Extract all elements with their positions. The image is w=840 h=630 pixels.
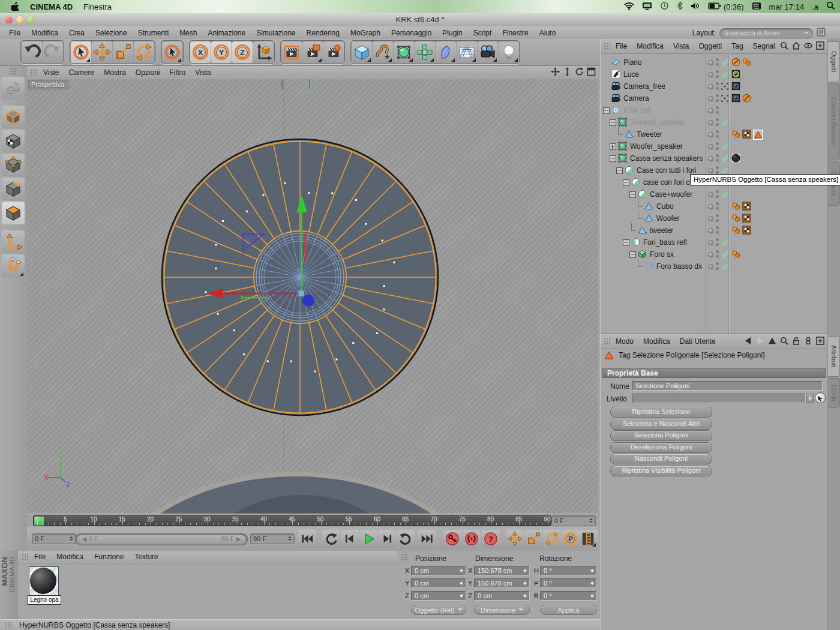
back-icon[interactable] xyxy=(744,337,752,345)
visibility-dot[interactable] xyxy=(716,111,719,114)
tree-row-tweeter-speaker[interactable]: Tweeter_speaker xyxy=(601,116,827,128)
visibility-dot[interactable] xyxy=(716,243,719,246)
viewport-canvas[interactable] xyxy=(27,79,598,514)
rotate-view-icon[interactable] xyxy=(575,67,584,76)
material-menu-funzione[interactable]: Funzione xyxy=(89,553,129,561)
collapse-icon[interactable] xyxy=(623,239,629,246)
menu-script[interactable]: Script xyxy=(468,29,497,37)
mac-app-name[interactable]: CINEMA 4D xyxy=(30,2,73,11)
tree-row-tweeter[interactable]: tweeter xyxy=(601,224,827,236)
prev-frame-button[interactable] xyxy=(341,530,359,548)
wifi-icon[interactable] xyxy=(624,2,634,12)
layer-dot[interactable] xyxy=(708,240,713,245)
visibility-dot[interactable] xyxy=(716,159,719,162)
layer-dot[interactable] xyxy=(708,60,713,65)
phong-tag-icon[interactable] xyxy=(731,226,740,235)
visibility-dot[interactable] xyxy=(716,135,719,138)
check-state-icon[interactable] xyxy=(721,238,729,247)
rec-key-button[interactable] xyxy=(443,530,461,548)
coord-field-dimensione-y[interactable]: 150.678 cm xyxy=(474,578,530,588)
mode-polygons-button[interactable] xyxy=(2,202,25,224)
menu-rendering[interactable]: Rendering xyxy=(301,29,345,37)
menu-modifica[interactable]: Modifica xyxy=(26,29,64,37)
coord-field-posizione-z[interactable]: 0 cm xyxy=(411,591,466,601)
dimensione-dropdown[interactable]: Dimensione xyxy=(474,605,530,615)
mode-edges-button[interactable] xyxy=(2,178,25,200)
mac-menu-finestra[interactable]: Finestra xyxy=(83,2,112,11)
check-state-icon[interactable] xyxy=(721,262,729,271)
layer-dot[interactable] xyxy=(708,144,713,149)
prev-key-button[interactable] xyxy=(322,530,340,548)
nascondi-poligoni-button[interactable]: Nascondi Poligoni xyxy=(610,454,712,464)
material-grip[interactable] xyxy=(22,553,29,561)
rec-position-button[interactable] xyxy=(506,530,524,548)
layer-dot[interactable] xyxy=(708,132,713,137)
layer-dot[interactable] xyxy=(708,192,713,197)
target-tag-icon[interactable] xyxy=(731,70,740,79)
viewport-menu-opzioni[interactable]: Opzioni xyxy=(131,68,165,77)
phong-tag-icon[interactable] xyxy=(731,202,740,211)
coord-system-button[interactable] xyxy=(253,41,274,63)
goto-end-button[interactable] xyxy=(418,530,436,548)
om-menu-segnal[interactable]: Segnal xyxy=(748,42,780,50)
check-state-icon[interactable] xyxy=(721,118,729,127)
phong-tag-icon[interactable] xyxy=(731,130,740,139)
focus-state-icon[interactable] xyxy=(721,82,729,91)
current-frame-field[interactable]: 0 F xyxy=(32,533,76,544)
coords-grip[interactable] xyxy=(401,554,408,562)
visibility-dot[interactable] xyxy=(716,255,719,258)
visibility-dot[interactable] xyxy=(716,262,719,265)
tree-row-tweeter[interactable]: Tweeter xyxy=(601,128,827,140)
pan-view-icon[interactable] xyxy=(551,67,560,76)
add-spline-button[interactable] xyxy=(373,41,393,63)
applica-button[interactable]: Applica xyxy=(540,605,597,615)
check-state-icon[interactable] xyxy=(721,58,729,67)
om-menu-tag[interactable]: Tag xyxy=(727,42,748,50)
coord-field-dimensione-x[interactable]: 150.678 cm xyxy=(474,566,530,575)
live-selection-button[interactable] xyxy=(71,41,91,63)
menu-animazione[interactable]: Animazione xyxy=(202,29,251,37)
display-icon[interactable] xyxy=(642,2,652,12)
polygon-selection-tag-icon[interactable] xyxy=(753,130,763,140)
goto-start-button[interactable] xyxy=(298,530,316,548)
visibility-dot[interactable] xyxy=(716,75,719,78)
tree-row-woofer-speaker[interactable]: Woofer_speaker xyxy=(601,140,827,152)
livello-field[interactable] xyxy=(632,394,806,403)
om-menu-file[interactable]: File xyxy=(611,42,632,50)
visibility-dot[interactable] xyxy=(716,231,719,234)
home-icon[interactable] xyxy=(792,41,800,50)
attribute-grip[interactable] xyxy=(604,338,611,346)
selection-button[interactable] xyxy=(162,41,182,63)
tree-row-woofer[interactable]: Woofer xyxy=(601,212,827,224)
viewport-view-label[interactable]: Prospettiva xyxy=(28,80,68,89)
apple-menu-icon[interactable] xyxy=(11,1,19,13)
menu-file[interactable]: File xyxy=(4,29,26,37)
check-state-icon[interactable] xyxy=(721,166,729,175)
forward-icon[interactable] xyxy=(756,337,764,345)
mode-texture-button[interactable] xyxy=(2,130,25,152)
deseleziona-poligoni-button[interactable]: Deseleziona Poligoni xyxy=(610,442,712,453)
tab-content-browser[interactable]: Content Browser xyxy=(828,83,840,160)
link-icon[interactable] xyxy=(804,337,812,345)
layer-dot[interactable] xyxy=(708,216,713,221)
layer-dot[interactable] xyxy=(708,228,713,233)
checker-tag-icon[interactable] xyxy=(742,202,751,211)
layout-window-icon[interactable] xyxy=(817,28,826,38)
selected-tag-row[interactable]: Tag Selezione Poligonale [Selezione Poli… xyxy=(604,351,765,359)
visibility-dot[interactable] xyxy=(716,130,719,133)
material-thumbnail[interactable] xyxy=(29,566,59,596)
collapse-icon[interactable] xyxy=(603,107,610,114)
tree-row-fori-bass-refl[interactable]: Fori_bass refl xyxy=(601,236,827,248)
viewport-menu-mostra[interactable]: Mostra xyxy=(99,68,131,77)
tab-attributi[interactable]: Attributi xyxy=(828,336,840,377)
render-settings-button[interactable] xyxy=(323,41,344,63)
nome-field[interactable]: Selezione Poligoni xyxy=(632,381,823,391)
layer-dot[interactable] xyxy=(708,120,713,125)
visibility-dot[interactable] xyxy=(716,123,719,126)
layer-dot[interactable] xyxy=(708,204,713,209)
collapse-icon[interactable] xyxy=(629,251,636,258)
visibility-dot[interactable] xyxy=(716,166,719,169)
section-header[interactable]: Proprietà Base xyxy=(602,368,826,378)
coord-field-rotazione-b[interactable]: 0 ° xyxy=(540,591,597,601)
phong-tag-icon[interactable] xyxy=(742,58,751,67)
